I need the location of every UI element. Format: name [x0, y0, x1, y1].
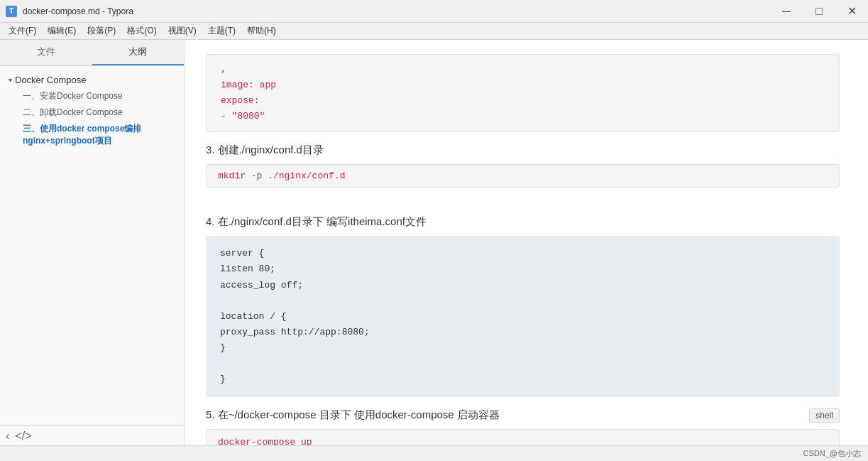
step4-code-block: server { listen 80; access_log off; loca… [206, 236, 840, 397]
sidebar-content: ▾ Docker Compose 一、安装Docker Compose 二、卸载… [0, 66, 184, 425]
code4-line1: server { [220, 246, 825, 261]
titlebar-left: T docker-compose.md - Typora [6, 6, 133, 17]
prev-page-button[interactable]: ‹ [6, 430, 9, 443]
code4-line3: access_log off; [220, 278, 825, 293]
code4-line7: } [220, 340, 825, 356]
shell-badge: shell [809, 408, 840, 423]
step3-cmd: mkdir -p ./nginx/conf.d [206, 164, 840, 188]
code4-line8 [220, 356, 825, 371]
outline-item-1[interactable]: 一、安装Docker Compose [0, 88, 184, 104]
outline-section: ▾ Docker Compose 一、安装Docker Compose 二、卸载… [0, 72, 184, 149]
titlebar: T docker-compose.md - Typora ─ □ ✕ [0, 0, 868, 23]
menu-format[interactable]: 格式(O) [121, 23, 162, 39]
menubar: 文件(F) 编辑(E) 段落(P) 格式(O) 视图(V) 主题(T) 帮助(H… [0, 23, 868, 40]
menu-view[interactable]: 视图(V) [163, 23, 202, 39]
outline-item-3[interactable]: 三、使用docker compose编排nginx+springboot项目 [0, 121, 184, 149]
code4-line6: proxy_pass http://app:8080; [220, 325, 825, 340]
step4-heading: 4. 在./nginx/conf.d目录下 编写itheima.conf文件 [206, 215, 840, 229]
content-area[interactable]: , image: app expose: - "8080" 3. 创建./ngi… [185, 40, 868, 445]
code4-line2: listen 80; [220, 261, 825, 277]
close-button[interactable]: ✕ [835, 0, 868, 23]
code-line-1: , [221, 62, 825, 77]
top-code-block: , image: app expose: - "8080" [206, 54, 840, 132]
chevron-down-icon: ▾ [9, 76, 12, 84]
step5-cmd: docker-compose up [206, 429, 840, 445]
code-line-3: expose: [221, 93, 825, 109]
window-title: docker-compose.md - Typora [23, 6, 133, 16]
sidebar-bottom: ‹ </> [0, 425, 184, 445]
step5-section: 5. 在~/docker-compose 目录下 使用docker-compos… [206, 408, 840, 422]
outline-item-2[interactable]: 二、卸载Docker Compose [0, 104, 184, 121]
main-layout: 文件 大纲 ▾ Docker Compose 一、安装Docker Compos… [0, 40, 868, 445]
code4-line5: location / { [220, 309, 825, 325]
statusbar: CSDN_@包小志 [0, 445, 868, 461]
menu-file[interactable]: 文件(F) [3, 23, 42, 39]
sidebar-tabs: 文件 大纲 [0, 40, 184, 66]
minimize-button[interactable]: ─ [770, 0, 803, 23]
app-icon: T [6, 6, 17, 17]
menu-edit[interactable]: 编辑(E) [42, 23, 82, 39]
statusbar-text: CSDN_@包小志 [803, 448, 861, 459]
window-controls: ─ □ ✕ [770, 0, 868, 23]
code-line-2: image: app [221, 77, 825, 93]
menu-help[interactable]: 帮助(H) [241, 23, 282, 39]
step3-heading: 3. 创建./nginx/conf.d目录 [206, 143, 840, 157]
outline-root[interactable]: ▾ Docker Compose [0, 72, 184, 88]
menu-paragraph[interactable]: 段落(P) [82, 23, 121, 39]
code-line-4: - "8080" [221, 109, 825, 124]
outline-root-label: Docker Compose [15, 75, 86, 85]
menu-theme[interactable]: 主题(T) [202, 23, 241, 39]
sidebar: 文件 大纲 ▾ Docker Compose 一、安装Docker Compos… [0, 40, 185, 445]
step5-heading: 5. 在~/docker-compose 目录下 使用docker-compos… [206, 408, 840, 422]
code4-line4 [220, 293, 825, 309]
code4-line9: } [220, 371, 825, 387]
code-view-button[interactable]: </> [15, 430, 31, 443]
tab-file[interactable]: 文件 [0, 40, 92, 65]
maximize-button[interactable]: □ [803, 0, 835, 23]
tab-outline[interactable]: 大纲 [92, 40, 185, 65]
